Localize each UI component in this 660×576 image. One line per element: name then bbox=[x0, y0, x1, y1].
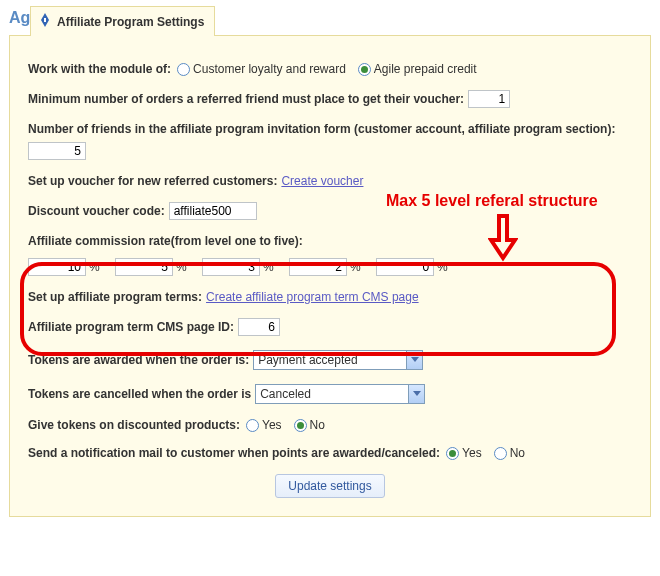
radio-no-label: No bbox=[310, 418, 325, 432]
tokens-awarded-row: Tokens are awarded when the order is: Pa… bbox=[28, 350, 632, 370]
voucher-setup-label: Set up voucher for new referred customer… bbox=[28, 174, 277, 188]
radio-loyalty[interactable]: Customer loyalty and reward bbox=[177, 62, 346, 76]
term-page-id-label: Affiliate program term CMS page ID: bbox=[28, 320, 234, 334]
radio-prepaid[interactable]: Agile prepaid credit bbox=[358, 62, 477, 76]
tokens-cancelled-label: Tokens are cancelled when the order is bbox=[28, 387, 251, 401]
radio-yes-label: Yes bbox=[262, 418, 282, 432]
tokens-awarded-select[interactable]: Payment accepted bbox=[253, 350, 423, 370]
tokens-cancelled-value: Canceled bbox=[260, 387, 311, 401]
discounted-row: Give tokens on discounted products: Yes … bbox=[28, 418, 632, 432]
commission-level5-input[interactable] bbox=[376, 258, 434, 276]
radio-notify-no[interactable]: No bbox=[494, 446, 525, 460]
discount-code-row: Discount voucher code: bbox=[28, 202, 632, 220]
svg-rect-0 bbox=[44, 18, 46, 22]
actions-row: Update settings bbox=[28, 474, 632, 498]
commission-level3-input[interactable] bbox=[202, 258, 260, 276]
chevron-down-icon bbox=[406, 351, 422, 369]
tokens-awarded-value: Payment accepted bbox=[258, 353, 357, 367]
notify-label: Send a notification mail to customer whe… bbox=[28, 446, 440, 460]
update-settings-button[interactable]: Update settings bbox=[275, 474, 384, 498]
commission-level4-input[interactable] bbox=[289, 258, 347, 276]
radio-no-label: No bbox=[510, 446, 525, 460]
term-page-id-input[interactable] bbox=[238, 318, 280, 336]
panel-tab: Affiliate Program Settings bbox=[30, 6, 215, 36]
create-term-link[interactable]: Create affiliate program term CMS page bbox=[206, 290, 419, 304]
radio-icon bbox=[177, 63, 190, 76]
tokens-awarded-label: Tokens are awarded when the order is: bbox=[28, 353, 249, 367]
create-voucher-link[interactable]: Create voucher bbox=[281, 174, 363, 188]
work-with-label: Work with the module of: bbox=[28, 62, 171, 76]
radio-prepaid-label: Agile prepaid credit bbox=[374, 62, 477, 76]
voucher-setup-row: Set up voucher for new referred customer… bbox=[28, 174, 632, 188]
percent-symbol: % bbox=[350, 260, 361, 274]
term-setup-row: Set up affiliate program terms: Create a… bbox=[28, 290, 632, 304]
discount-code-input[interactable] bbox=[169, 202, 257, 220]
radio-icon bbox=[358, 63, 371, 76]
radio-discounted-no[interactable]: No bbox=[294, 418, 325, 432]
min-orders-label: Minimum number of orders a referred frie… bbox=[28, 92, 464, 106]
discounted-label: Give tokens on discounted products: bbox=[28, 418, 240, 432]
tokens-cancelled-select[interactable]: Canceled bbox=[255, 384, 425, 404]
percent-symbol: % bbox=[176, 260, 187, 274]
notify-row: Send a notification mail to customer whe… bbox=[28, 446, 632, 460]
friends-count-input[interactable] bbox=[28, 142, 86, 160]
radio-yes-label: Yes bbox=[462, 446, 482, 460]
work-with-row: Work with the module of: Customer loyalt… bbox=[28, 62, 632, 76]
radio-loyalty-label: Customer loyalty and reward bbox=[193, 62, 346, 76]
commission-level2-input[interactable] bbox=[115, 258, 173, 276]
percent-symbol: % bbox=[263, 260, 274, 274]
panel-tab-label: Affiliate Program Settings bbox=[57, 15, 204, 29]
term-page-id-row: Affiliate program term CMS page ID: bbox=[28, 318, 632, 336]
commission-label: Affiliate commission rate(from level one… bbox=[28, 234, 303, 248]
percent-symbol: % bbox=[437, 260, 448, 274]
term-setup-label: Set up affiliate program terms: bbox=[28, 290, 202, 304]
radio-notify-yes[interactable]: Yes bbox=[446, 446, 482, 460]
min-orders-input[interactable] bbox=[468, 90, 510, 108]
affiliate-icon bbox=[37, 12, 53, 31]
commission-row: Affiliate commission rate(from level one… bbox=[28, 234, 632, 276]
friends-count-row: Number of friends in the affiliate progr… bbox=[28, 122, 632, 160]
commission-level1-input[interactable] bbox=[28, 258, 86, 276]
min-orders-row: Minimum number of orders a referred frie… bbox=[28, 90, 632, 108]
chevron-down-icon bbox=[408, 385, 424, 403]
percent-symbol: % bbox=[89, 260, 100, 274]
radio-icon bbox=[446, 447, 459, 460]
radio-discounted-yes[interactable]: Yes bbox=[246, 418, 282, 432]
friends-count-label: Number of friends in the affiliate progr… bbox=[28, 122, 615, 136]
radio-icon bbox=[494, 447, 507, 460]
discount-code-label: Discount voucher code: bbox=[28, 204, 165, 218]
radio-icon bbox=[294, 419, 307, 432]
tokens-cancelled-row: Tokens are cancelled when the order is C… bbox=[28, 384, 632, 404]
settings-panel: Affiliate Program Settings Work with the… bbox=[9, 35, 651, 517]
radio-icon bbox=[246, 419, 259, 432]
